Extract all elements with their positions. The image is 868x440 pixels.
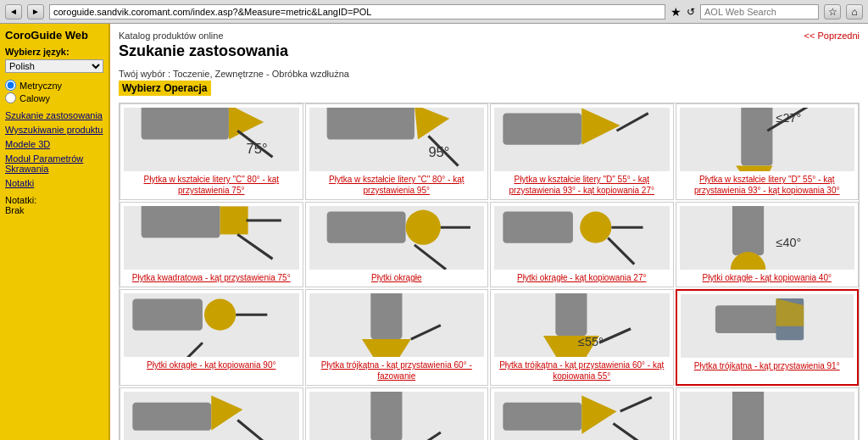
product-cell-14[interactable]: Płytka trójkątna - kąt przystawienia 93°	[305, 387, 489, 440]
product-cell-13[interactable]: ≤25° Płytka trójkątna - kąt przystawieni…	[120, 387, 303, 440]
product-label-12: Płytka trójkątna - kąt przystawienia 91°	[681, 360, 854, 371]
svg-line-51	[237, 420, 267, 440]
sidebar-item-product[interactable]: Wyszukiwanie produktu	[5, 125, 103, 135]
metric-radio[interactable]: Metryczny	[5, 80, 103, 91]
language-select[interactable]: Polish English German	[5, 59, 103, 73]
sidebar-title: CoroGuide Web	[5, 29, 103, 42]
product-label-11: Płytka trójkątna - kąt przystawienia 60°…	[494, 359, 670, 382]
svg-marker-57	[581, 395, 616, 433]
product-image-3: ≤27°	[494, 108, 670, 171]
product-image-13: ≤25°	[124, 392, 299, 440]
svg-line-58	[613, 424, 643, 441]
product-label-1: Płytka w kształcie litery "C" 80° - kąt …	[124, 174, 299, 196]
product-label-5: Płytka kwadratowa - kąt przystawienia 75…	[124, 272, 299, 283]
product-image-12	[681, 294, 854, 358]
browser-toolbar: ◄ ► ★ ↺ ☆ ⌂	[0, 0, 868, 24]
product-label-2: Płytka w kształcie litery "C" 80° - kąt …	[309, 174, 485, 196]
svg-text:75°: 75°	[247, 141, 268, 156]
svg-rect-29	[732, 206, 763, 255]
svg-marker-9	[581, 108, 620, 144]
sidebar: CoroGuide Web Wybierz język: Polish Engl…	[0, 24, 110, 440]
search-input[interactable]	[700, 4, 819, 19]
svg-rect-41	[555, 293, 587, 336]
star-icon[interactable]: ★	[670, 5, 682, 19]
product-cell-10[interactable]: Płytka trójkątna - kąt przystawienia 60°…	[305, 289, 489, 386]
product-label-3: Płytka w kształcie litery "D" 55° - kąt …	[494, 174, 670, 196]
breadcrumb: Twój wybór : Toczenie, Zewnętrzne - Obró…	[119, 69, 860, 79]
back-button[interactable]: ◄	[5, 4, 22, 19]
home-button[interactable]: ⌂	[846, 4, 863, 19]
product-image-11: ≤55°	[494, 293, 670, 357]
svg-rect-12	[741, 108, 772, 165]
svg-line-35	[176, 343, 203, 357]
svg-marker-49	[211, 395, 242, 430]
product-label-10: Płytka trójkątna - kąt przystawienia 60°…	[309, 359, 485, 382]
product-image-5	[124, 206, 299, 270]
product-cell-9[interactable]: Płytki okrągłe - kąt kopiowania 90°	[120, 289, 303, 386]
product-cell-12[interactable]: Płytka trójkątna - kąt przystawienia 91°	[676, 289, 860, 386]
product-cell-6[interactable]: Płytki okrągłe	[305, 202, 489, 287]
product-image-16: 70°	[680, 392, 855, 440]
favorites-button[interactable]: ☆	[824, 4, 841, 19]
product-cell-16[interactable]: 70° Płytka w kształcie litery "V" - kąt …	[676, 387, 860, 440]
svg-marker-1	[229, 108, 264, 140]
product-image-2: 95°	[309, 108, 485, 171]
svg-line-44	[599, 329, 631, 343]
section-header: Wybierz Operacja	[119, 81, 211, 96]
product-image-1: 75°	[124, 108, 299, 171]
product-cell-5[interactable]: Płytka kwadratowa - kąt przystawienia 75…	[120, 202, 303, 287]
svg-rect-17	[220, 206, 248, 234]
sidebar-item-notes[interactable]: Notatki	[5, 178, 103, 188]
sidebar-item-params[interactable]: Moduł Parametrów Skrawania	[5, 153, 103, 174]
svg-line-11	[617, 114, 648, 131]
svg-rect-56	[503, 403, 581, 431]
product-cell-8[interactable]: ≤40° Płytki okrągłe - kąt kopiowania 40°	[676, 202, 860, 287]
svg-point-34	[204, 299, 236, 331]
content-title: Szukanie zastosowania	[119, 42, 288, 60]
main-layout: CoroGuide Web Wybierz język: Polish Engl…	[0, 24, 868, 440]
product-cell-15[interactable]: Płytki trygonalna - kąt przystawienia 95…	[490, 387, 674, 440]
product-cell-1[interactable]: 75° Płytka w kształcie litery "C" 80° - …	[120, 103, 303, 200]
top-bar: Katalog produktów online Szukanie zastos…	[119, 31, 860, 65]
content-area: Katalog produktów online Szukanie zastos…	[110, 24, 868, 440]
svg-line-40	[410, 326, 440, 340]
svg-rect-20	[326, 212, 405, 243]
svg-rect-24	[503, 212, 573, 243]
svg-line-55	[414, 432, 440, 440]
svg-rect-60	[732, 392, 763, 440]
product-label-9: Płytki okrągłe - kąt kopiowania 90°	[124, 359, 299, 370]
prev-link[interactable]: << Poprzedni	[804, 31, 860, 41]
svg-marker-13	[736, 165, 772, 171]
product-image-4: ≤27°	[680, 108, 855, 171]
product-label-6: Płytki okrągłe	[309, 272, 485, 283]
product-cell-4[interactable]: ≤27° Płytka w kształcie litery "D" 55° -…	[676, 103, 860, 200]
svg-rect-48	[132, 403, 211, 431]
product-cell-11[interactable]: ≤55° Płytka trójkątna - kąt przystawieni…	[490, 289, 674, 386]
language-label: Wybierz język:	[5, 47, 103, 57]
header-block: Katalog produktów online Szukanie zastos…	[119, 31, 288, 65]
product-cell-7[interactable]: ≤27° Płytki okrągłe - kąt kopiowania 27°	[490, 202, 674, 287]
svg-rect-52	[370, 392, 402, 440]
svg-rect-37	[370, 293, 402, 339]
forward-button[interactable]: ►	[27, 4, 44, 19]
product-image-7: ≤27°	[494, 206, 670, 270]
refresh-icon[interactable]: ↺	[687, 6, 695, 18]
product-cell-2[interactable]: 95° Płytka w kształcie litery "C" 80° - …	[305, 103, 489, 200]
notes-section: Notatki: Brak	[5, 195, 103, 215]
product-image-14	[309, 392, 485, 440]
sidebar-item-search[interactable]: Szukanie zastosowania	[5, 110, 103, 120]
calowy-radio[interactable]: Calowy	[5, 92, 103, 103]
sidebar-item-3d[interactable]: Modele 3D	[5, 139, 103, 149]
content-subtitle: Katalog produktów online	[119, 31, 288, 41]
address-bar[interactable]	[49, 4, 665, 19]
svg-text:≤40°: ≤40°	[776, 236, 801, 249]
svg-line-59	[620, 398, 652, 412]
svg-line-18	[237, 234, 272, 259]
svg-rect-33	[132, 299, 203, 331]
product-cell-3[interactable]: ≤27° Płytka w kształcie litery "D" 55° -…	[490, 103, 674, 200]
svg-marker-38	[361, 339, 410, 357]
product-label-4: Płytka w kształcie litery "D" 55° - kąt …	[680, 174, 855, 196]
product-image-6	[309, 206, 485, 270]
svg-point-25	[580, 212, 611, 243]
svg-text:95°: 95°	[428, 144, 449, 159]
